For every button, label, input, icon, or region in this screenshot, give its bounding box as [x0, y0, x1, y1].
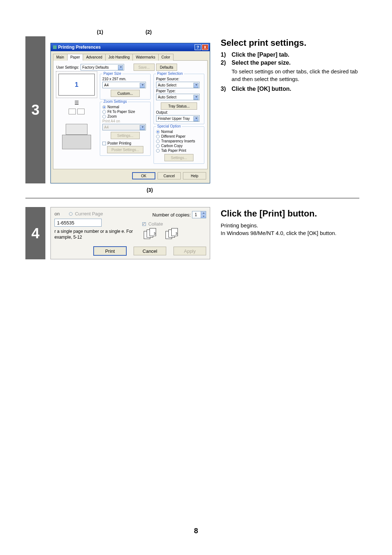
tray-status-button[interactable]: Tray Status...: [161, 102, 197, 110]
substep-2-detail: To select settings on other tabs, click …: [232, 68, 359, 83]
copies-value: 1: [192, 212, 201, 217]
callouts-top: (1) (2): [45, 29, 211, 35]
sp-normal-radio[interactable]: Normal: [156, 130, 202, 134]
tab-color[interactable]: Color: [158, 54, 173, 61]
paper-size-title: Paper Size: [102, 72, 122, 76]
substep-2: 2) Select the paper size.: [221, 60, 359, 66]
callout-3: (3): [45, 187, 211, 193]
step4-body1: Printing begins.: [221, 222, 359, 228]
help-window-button[interactable]: ?: [195, 44, 201, 50]
paper-size-group: Paper Size 210 x 297 mm. A4 Custom...: [100, 74, 151, 100]
collate-icon-2: 123: [166, 228, 180, 239]
stack-icon-2: [77, 109, 85, 114]
paper-size-value: A4: [104, 83, 109, 87]
paper-size-select[interactable]: A4: [102, 82, 146, 88]
preview-number: 1: [75, 81, 78, 89]
divider: [25, 198, 359, 198]
print-button[interactable]: Print: [94, 247, 126, 255]
print-a4-on-label: Print A4 on: [102, 119, 148, 123]
user-settings-select[interactable]: Factory Defaults: [81, 64, 124, 70]
paper-selection-group: Paper Selection Paper Source: Auto Selec…: [154, 74, 204, 124]
page: 3 (1) (2) Printing Preferences ? X: [0, 0, 392, 555]
print-a4-on-select: A4: [102, 124, 146, 130]
sp-transparency-radio[interactable]: Transparency Inserts: [156, 139, 202, 143]
step3-screenshot: (1) (2) Printing Preferences ? X Main Pa…: [45, 36, 211, 183]
snippet-buttons: Print Cancel Apply: [54, 247, 206, 255]
sp-different-radio[interactable]: Different Paper: [156, 134, 202, 138]
step3-number: 3: [25, 36, 45, 183]
paper-panel: User Settings: Factory Defaults Save... …: [53, 61, 208, 169]
tab-main[interactable]: Main: [53, 54, 68, 61]
callout-1: (1): [80, 29, 120, 35]
step4-number: 4: [25, 207, 45, 259]
tab-paper[interactable]: Paper: [67, 54, 83, 61]
current-page-label: Current Page: [75, 211, 103, 216]
callouts-bottom: (3): [45, 187, 211, 193]
dialog-body: Main Paper Advanced Job Handling Waterma…: [51, 51, 210, 183]
save-button[interactable]: Save...: [134, 64, 155, 71]
paper-source-label: Paper Source:: [156, 77, 202, 81]
poster-printing-check[interactable]: Poster Printing: [102, 141, 148, 145]
preview-column: 1 ☰: [56, 74, 97, 166]
printer-illustration: [58, 117, 95, 149]
zoom-fit-radio[interactable]: Fit To Paper Size: [102, 110, 148, 114]
paper-type-select[interactable]: Auto Select: [156, 94, 200, 100]
custom-button[interactable]: Custom...: [111, 90, 140, 97]
paper-type-value: Auto Select: [158, 95, 176, 99]
sp-tab-radio[interactable]: Tab Paper Print: [156, 149, 202, 153]
step3-heading: Select print settings.: [221, 38, 359, 48]
snippet-left: on Current Page 1-65535 r a single page …: [54, 211, 138, 240]
copies-spinner[interactable]: 1: [192, 211, 206, 218]
stack-icons: [56, 109, 97, 114]
tab-watermarks[interactable]: Watermarks: [132, 54, 159, 61]
callout-2: (2): [121, 29, 176, 35]
snippet-cancel-button[interactable]: Cancel: [134, 247, 166, 255]
cancel-button[interactable]: Cancel: [158, 172, 181, 179]
collate-icons: 123 123: [144, 228, 206, 239]
substep-3: 3) Click the [OK] button.: [221, 86, 359, 92]
zoom-normal-radio[interactable]: Normal: [102, 105, 148, 109]
collate-row: Collate: [142, 221, 206, 227]
paper-source-select[interactable]: Auto Select: [156, 82, 200, 88]
step3-text: Select print settings. 1) Click the [Pap…: [211, 36, 359, 183]
step4-body2: In Windows 98/Me/NT 4.0, click the [OK] …: [221, 230, 359, 236]
panel-columns: 1 ☰: [56, 74, 204, 166]
special-option-title: Special Option: [156, 124, 182, 128]
current-page-radio[interactable]: [69, 212, 73, 216]
help-button[interactable]: Help: [183, 172, 206, 179]
print-a4-on-value: A4: [104, 125, 109, 129]
paper-type-label: Paper Type:: [156, 89, 202, 93]
step4-text: Click the [Print] button. Printing begin…: [211, 207, 359, 259]
sp-carbon-radio[interactable]: Carbon Copy: [156, 144, 202, 148]
defaults-button[interactable]: Defaults: [156, 64, 177, 71]
copies-row: Number of copies: 1: [142, 211, 206, 218]
paper-selection-title: Paper Selection: [156, 72, 184, 76]
ok-button[interactable]: OK: [132, 172, 155, 179]
poster-settings-button: Poster Settings...: [107, 146, 143, 153]
collate-checkbox[interactable]: [142, 222, 146, 226]
tab-job-handling[interactable]: Job Handling: [105, 54, 133, 61]
special-option-group: Special Option Normal Different Paper Tr…: [154, 126, 204, 164]
collate-label: Collate: [148, 221, 163, 227]
sp-settings-button: Settings...: [164, 154, 193, 161]
step3-row: 3 (1) (2) Printing Preferences ? X: [25, 36, 359, 183]
page-range-value: 1-65535: [57, 220, 74, 226]
apply-button: Apply: [173, 247, 206, 255]
tab-advanced[interactable]: Advanced: [83, 54, 105, 61]
close-window-button[interactable]: X: [202, 44, 208, 50]
paper-dims: 210 x 297 mm.: [102, 77, 148, 81]
step4-row: 4 on Current Page 1-65535 r a s: [25, 207, 359, 259]
zoom-settings-button: Settings...: [111, 132, 140, 139]
printer-icon: [53, 45, 57, 49]
orientation-icon: ☰: [56, 100, 97, 106]
output-select[interactable]: Finisher Upper Tray: [156, 115, 200, 122]
stack-icon-1: [69, 109, 76, 114]
on-label: on: [54, 211, 60, 216]
print-preferences-dialog: Printing Preferences ? X Main Paper Adva…: [50, 43, 210, 183]
zoom-zoom-radio[interactable]: Zoom: [102, 114, 148, 118]
output-label: Output:: [156, 110, 202, 114]
page-preview: 1: [58, 74, 95, 96]
page-range-input[interactable]: 1-65535: [54, 219, 102, 227]
print-dialog-snippet: on Current Page 1-65535 r a single page …: [50, 207, 210, 259]
user-settings-value: Factory Defaults: [82, 65, 109, 69]
